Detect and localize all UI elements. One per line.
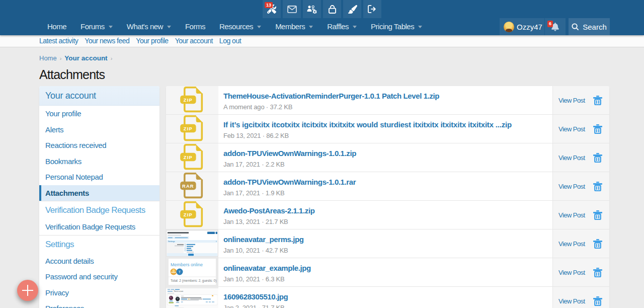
svg-text:Settings: Settings xyxy=(168,241,175,243)
svg-text:This is a test: This is a test xyxy=(174,290,183,292)
svg-text:Total: 2 (members: 2, guests:: Total: 2 (members: 2, guests: 0) xyxy=(171,279,216,283)
svg-text:ZIP: ZIP xyxy=(184,98,193,103)
svg-text:Members online: Members online xyxy=(171,262,203,267)
svg-text:RAR: RAR xyxy=(182,184,194,189)
svg-text:ZIP: ZIP xyxy=(184,155,193,160)
svg-text:ZIP: ZIP xyxy=(184,212,193,217)
svg-text:T: T xyxy=(179,270,181,274)
svg-text:ZIP: ZIP xyxy=(184,126,193,131)
